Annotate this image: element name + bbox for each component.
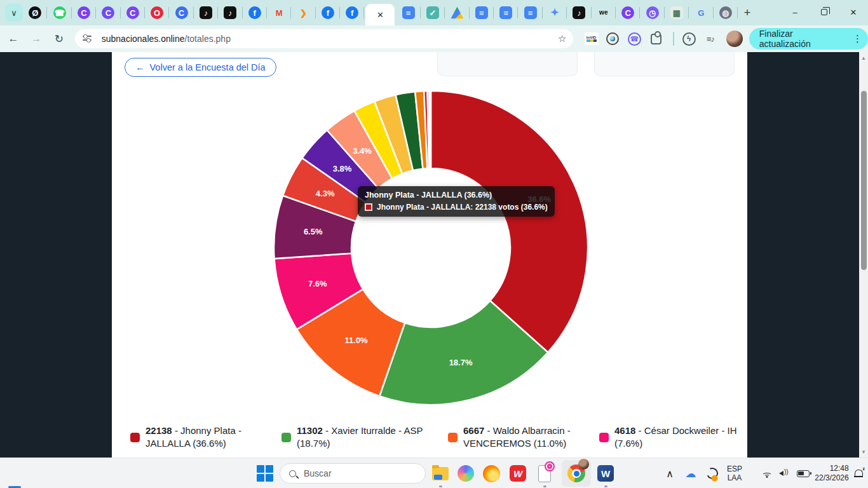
pinned-tab-google-docs[interactable]: ≡ bbox=[470, 6, 494, 20]
back-button[interactable]: ← bbox=[4, 29, 23, 48]
page-scrollbar[interactable]: ▲ ▼ bbox=[859, 52, 868, 458]
pinned-tab-gemini[interactable]: ✦ bbox=[543, 6, 567, 20]
wps-office-icon[interactable]: W bbox=[508, 464, 527, 483]
pinned-tab-whatsapp[interactable]: ☎ bbox=[47, 6, 71, 20]
slice-percent-label: 4.3% bbox=[316, 189, 335, 198]
volume-icon[interactable] bbox=[776, 458, 793, 488]
pinned-tab-c-app-blue[interactable]: C bbox=[169, 6, 193, 20]
content-panel: ← Volver a la Encuesta del Día 36.6%18.7… bbox=[112, 52, 747, 458]
pinned-tab-google[interactable]: G bbox=[689, 6, 713, 20]
browser-menu-icon[interactable]: ⋮ bbox=[853, 33, 863, 44]
dark-logo-app-icon: Ø bbox=[29, 6, 41, 19]
close-tab-icon[interactable]: ✕ bbox=[377, 10, 384, 20]
wifi-icon[interactable] bbox=[759, 458, 775, 488]
c-app-blue-icon: C bbox=[175, 6, 188, 19]
pinned-tab-globe-app[interactable]: ◍ bbox=[714, 6, 738, 20]
slice-percent-label: 11.0% bbox=[345, 336, 369, 345]
clock[interactable]: 12:4822/3/2026 bbox=[812, 458, 851, 488]
file-explorer-icon[interactable] bbox=[431, 464, 450, 483]
restore-button[interactable] bbox=[810, 0, 839, 24]
pinned-tab-tiktok[interactable]: ♪ bbox=[194, 6, 218, 20]
close-window-button[interactable]: ✕ bbox=[839, 0, 868, 24]
onedrive-icon[interactable]: ☁ bbox=[682, 458, 699, 488]
pinned-tab-tiktok[interactable]: ♪ bbox=[567, 6, 591, 20]
pinned-tab-facebook[interactable]: f bbox=[243, 6, 267, 20]
page-background: ← Volver a la Encuesta del Día 36.6%18.7… bbox=[0, 52, 868, 458]
legend-item[interactable]: 11302 - Xavier Iturralde - ASP (18.7%) bbox=[281, 424, 431, 450]
update-restart-icon[interactable] bbox=[704, 458, 721, 488]
pinned-tab-c-app[interactable]: C bbox=[121, 6, 145, 20]
viber-extension-icon[interactable]: ☎ bbox=[625, 29, 644, 48]
pinned-tab-gmail[interactable]: M bbox=[267, 6, 291, 20]
new-tab-button[interactable]: + bbox=[738, 3, 757, 22]
pinned-tab-c-app[interactable]: C bbox=[72, 6, 96, 20]
pinned-tab-c-app[interactable]: C bbox=[96, 6, 120, 20]
active-tab[interactable]: ✕ bbox=[365, 4, 395, 25]
minimize-button[interactable]: – bbox=[780, 0, 810, 24]
pinned-tab-arrow-app[interactable]: ❯ bbox=[291, 6, 315, 20]
profile-avatar[interactable] bbox=[726, 30, 743, 47]
address-bar[interactable]: subnacionales.online/totales.php ☆ bbox=[75, 29, 573, 48]
media-queue-icon[interactable]: ≡♪ bbox=[701, 29, 720, 48]
eye-extension-icon[interactable] bbox=[603, 29, 622, 48]
energy-saver-icon[interactable]: ϟ bbox=[679, 29, 698, 48]
finish-update-button[interactable]: Finalizar actualización ⋮ bbox=[749, 28, 868, 50]
extensions-puzzle-icon[interactable] bbox=[646, 29, 665, 48]
legend-label: 6667 - Waldo Albarracin - VENCEREMOS (11… bbox=[463, 424, 585, 450]
tab-strip: ∨ Ø☎CCCOC♪♪fM❯ff ✕ ≡✓≡≡≡✦♪weC◷▦G◍ + – ✕ bbox=[0, 0, 868, 25]
c-app-icon: C bbox=[78, 6, 90, 19]
donut-chart: 36.6%18.7%11.0%7.6%6.5%4.3%3.8%3.4% bbox=[272, 89, 590, 407]
start-button[interactable] bbox=[256, 464, 274, 482]
c-app-icon: C bbox=[621, 6, 634, 19]
language-indicator[interactable]: ESPLAA bbox=[722, 458, 747, 488]
pinned-tab-dark-logo-app[interactable]: Ø bbox=[23, 6, 47, 20]
forward-button[interactable]: → bbox=[27, 29, 46, 48]
taskbar-search[interactable]: Buscar bbox=[280, 463, 426, 484]
battery-icon[interactable] bbox=[794, 458, 812, 488]
pinned-tab-google-docs[interactable]: ≡ bbox=[494, 6, 518, 20]
scroll-down-icon[interactable]: ▼ bbox=[859, 447, 868, 456]
pinned-tab-c-app[interactable]: C bbox=[616, 6, 640, 20]
invid-extension-icon[interactable]: InVID bbox=[582, 29, 601, 48]
pie-slice[interactable] bbox=[430, 91, 431, 168]
chrome-taskbar-button[interactable] bbox=[562, 460, 591, 487]
gemini-icon: ✦ bbox=[548, 6, 561, 19]
pinned-tab-google-drive[interactable] bbox=[445, 6, 469, 20]
word-icon[interactable]: W bbox=[596, 464, 615, 483]
legend-color-swatch bbox=[448, 433, 458, 442]
pinned-tab-red-badge-app[interactable]: O bbox=[145, 6, 169, 20]
tab-search-button[interactable]: ∨ bbox=[5, 4, 23, 22]
pinned-tab-google-docs[interactable]: ≡ bbox=[518, 6, 542, 20]
pinned-tab-wetransfer[interactable]: we bbox=[592, 6, 616, 20]
tray-chevron-icon[interactable]: ∧ bbox=[662, 458, 677, 488]
browser-toolbar: ← → ↻ subnacionales.online/totales.php ☆… bbox=[0, 25, 868, 52]
pinned-tabs-right: ≡✓≡≡≡✦♪weC◷▦G◍ bbox=[396, 0, 737, 25]
check-app-icon: ✓ bbox=[426, 6, 439, 19]
pinned-tab-clock-app[interactable]: ◷ bbox=[640, 6, 664, 20]
notifications-bell-icon[interactable]: z bbox=[851, 458, 865, 488]
phone-link-icon[interactable] bbox=[535, 464, 554, 483]
reload-button[interactable]: ↻ bbox=[50, 29, 69, 48]
pinned-tab-tiktok[interactable]: ♪ bbox=[218, 6, 242, 20]
url-text: subnacionales.online/totales.php bbox=[102, 34, 558, 44]
pinned-tab-check-app[interactable]: ✓ bbox=[421, 6, 445, 20]
site-settings-icon[interactable] bbox=[83, 34, 94, 43]
copilot-icon[interactable] bbox=[456, 464, 475, 483]
pinned-tab-google-docs[interactable]: ≡ bbox=[396, 6, 420, 20]
bookmark-star-icon[interactable]: ☆ bbox=[558, 33, 566, 44]
pinned-tab-pixel-app[interactable]: ▦ bbox=[665, 6, 689, 20]
legend-item[interactable]: 6667 - Waldo Albarracin - VENCEREMOS (11… bbox=[448, 424, 585, 450]
legend-item[interactable]: 22138 - Jhonny Plata - JALLALLA (36.6%) bbox=[130, 424, 281, 450]
chrome-profile-badge bbox=[578, 459, 589, 470]
scrollbar-thumb[interactable] bbox=[861, 91, 867, 270]
clock-app-icon: ◷ bbox=[646, 6, 659, 19]
legend-item[interactable]: 4618 - César Dockweiler - IH (7.6%) bbox=[599, 424, 745, 450]
back-to-survey-button[interactable]: ← Volver a la Encuesta del Día bbox=[125, 58, 276, 77]
scroll-up-icon[interactable]: ▲ bbox=[859, 53, 868, 62]
pinned-tab-facebook[interactable]: f bbox=[340, 6, 364, 20]
chart-tooltip: Jhonny Plata - JALLALLA (36.6%) Jhonny P… bbox=[358, 186, 555, 217]
arrow-app-icon: ❯ bbox=[297, 6, 309, 19]
pinned-tab-facebook[interactable]: f bbox=[316, 6, 340, 20]
pie-slice[interactable] bbox=[431, 91, 588, 353]
firefox-icon[interactable] bbox=[482, 464, 501, 483]
